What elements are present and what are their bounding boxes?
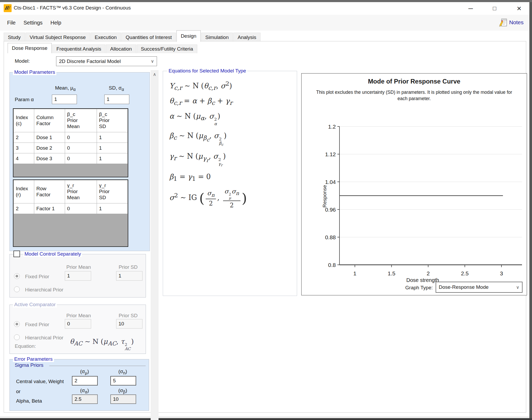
column-factor-table[interactable]: Index (c)Column Factorβ_c Prior Meanβ_c …: [13, 108, 128, 177]
graph-type-dropdown[interactable]: Dose-Response Mode ∨: [436, 282, 523, 293]
y-tick-label: 1.04: [325, 179, 336, 185]
param-alpha-mean-input[interactable]: 1: [52, 95, 77, 104]
x-tick-label: 3: [500, 270, 503, 276]
design-sub-tab-strip: Dose ResponseFrequentist AnalysisAllocat…: [8, 43, 198, 53]
mc-prior-mean-header: Prior Mean: [61, 264, 96, 270]
scroll-up-icon[interactable]: ∧: [151, 71, 159, 78]
table-cell[interactable]: 0: [65, 132, 97, 143]
model-control-checkbox[interactable]: [13, 251, 20, 257]
model-dropdown-value: 2D Discrete Factorial Model: [59, 58, 121, 64]
central-value-input[interactable]: 2: [72, 376, 98, 385]
sigma-priors-label: Sigma Priors: [15, 362, 43, 368]
notes-button[interactable]: Notes: [499, 18, 524, 27]
tab-analysis[interactable]: Analysis: [233, 33, 260, 42]
mc-hierarchical-prior-label[interactable]: Hierarchical Prior: [25, 287, 63, 293]
table-cell[interactable]: Dose 3: [34, 153, 65, 164]
table-cell[interactable]: 3: [14, 143, 34, 153]
mc-prior-sd-input[interactable]: 1: [116, 271, 142, 281]
ac-prior-sd-input[interactable]: 10: [116, 319, 142, 329]
tab-design[interactable]: Design: [176, 30, 200, 42]
table-cell[interactable]: Factor 1: [34, 203, 65, 214]
tab-study[interactable]: Study: [4, 33, 25, 42]
model-control-title: Model Control Separately: [23, 251, 82, 257]
table-cell[interactable]: 1: [97, 132, 128, 143]
sigma-n-label: (σn): [107, 369, 139, 375]
row-factor-table[interactable]: Index (r)Row Factorγ_r Prior Meanγ_r Pri…: [13, 179, 128, 247]
tab-quantities-of-interest[interactable]: Quantities of Interest: [121, 33, 176, 42]
table-row[interactable]: 2Dose 101: [14, 132, 128, 143]
table-cell[interactable]: Dose 1: [34, 132, 65, 143]
alpha-beta-label: Alpha, Beta: [16, 398, 42, 404]
column-header[interactable]: Column Factor: [34, 109, 65, 132]
subtab-success-futility-criteria[interactable]: Success/Futility Criteria: [137, 45, 198, 53]
subtab-frequentist-analysis[interactable]: Frequentist Analysis: [52, 45, 105, 53]
tab-virtual-subject-response[interactable]: Virtual Subject Response: [26, 33, 90, 42]
close-button[interactable]: ×: [511, 2, 528, 15]
window-title: Cts-Disc1 - FACTS™ v6.3 Core Design - Co…: [14, 5, 131, 11]
subtab-allocation[interactable]: Allocation: [106, 45, 136, 53]
menu-item-file[interactable]: File: [7, 19, 16, 27]
model-equation: Yc,r ∼ N (θc,r, σ2): [169, 80, 294, 91]
mc-fixed-prior-radio[interactable]: [14, 273, 20, 279]
tab-simulation[interactable]: Simulation: [201, 33, 233, 42]
or-label: or: [16, 389, 21, 394]
weight-input[interactable]: 5: [110, 376, 136, 385]
notes-icon: [499, 18, 508, 27]
table-cell[interactable]: 2: [14, 203, 34, 214]
model-dropdown[interactable]: 2D Discrete Factorial Model ∨: [56, 56, 157, 66]
column-header[interactable]: γ_r Prior Mean: [65, 180, 97, 203]
ac-prior-mean-input[interactable]: 0: [65, 319, 91, 329]
ac-prior-sd-header: Prior SD: [110, 313, 146, 319]
table-cell[interactable]: 0: [65, 203, 97, 214]
menu-item-help[interactable]: Help: [50, 19, 62, 27]
table-row[interactable]: 3Dose 201: [14, 143, 128, 153]
app-window: Cts-Disc1 - FACTS™ v6.3 Core Design - Co…: [0, 2, 529, 416]
ac-fixed-prior-label[interactable]: Fixed Prior: [25, 322, 49, 328]
menu-item-settings[interactable]: Settings: [23, 19, 43, 27]
mc-fixed-prior-label[interactable]: Fixed Prior: [25, 274, 49, 280]
beta-input[interactable]: 10: [110, 394, 136, 404]
background-window-strip-top: [0, 0, 532, 2]
main-tab-strip: StudyVirtual Subject ResponseExecutionQu…: [4, 30, 261, 42]
model-equation: γr ∼ N (μγr, σ2γr): [169, 152, 294, 167]
column-header[interactable]: Index (r): [14, 180, 34, 203]
table-cell[interactable]: 1: [97, 153, 128, 164]
equations-panel: Equations for Selected Model Type Yc,r ∼…: [163, 71, 297, 296]
column-header[interactable]: β_c Prior SD: [97, 109, 128, 132]
table-cell[interactable]: 0: [65, 143, 97, 153]
sigma-alpha-label: (σα): [69, 388, 100, 394]
ac-hierarchical-prior-radio[interactable]: [14, 334, 20, 340]
minimize-button[interactable]: ─: [462, 2, 479, 15]
ac-equation-label: Equation:: [15, 343, 36, 349]
subtab-dose-response[interactable]: Dose Response: [8, 43, 52, 53]
table-row[interactable]: 4Dose 301: [14, 153, 128, 164]
x-axis-label: Dose strength: [406, 277, 439, 283]
column-header[interactable]: β_c Prior Mean: [65, 109, 97, 132]
table-cell[interactable]: 2: [14, 132, 34, 143]
column-header[interactable]: Row Factor: [34, 180, 65, 203]
table-cell[interactable]: 4: [14, 153, 34, 164]
mc-prior-mean-input[interactable]: 1: [65, 271, 91, 281]
alpha-input[interactable]: 2.5: [72, 394, 98, 404]
notes-label: Notes: [509, 19, 524, 26]
table-cell[interactable]: 1: [97, 203, 128, 214]
ac-prior-mean-header: Prior Mean: [61, 313, 96, 319]
y-tick-label: 1.2: [328, 124, 336, 130]
chevron-down-icon: ∨: [516, 285, 519, 290]
table-cell[interactable]: 0: [65, 153, 97, 164]
error-parameters-title: Error Parameters: [13, 356, 54, 362]
ac-hierarchical-prior-label[interactable]: Hierarchical Prior: [25, 335, 63, 341]
ac-fixed-prior-radio[interactable]: [14, 321, 20, 327]
model-parameters-title: Model Parameters: [13, 69, 56, 75]
param-alpha-sd-input[interactable]: 1: [104, 95, 129, 104]
table-cell[interactable]: Dose 2: [34, 143, 65, 153]
table-row[interactable]: 2Factor 101: [14, 203, 128, 214]
column-header[interactable]: Index (c): [14, 109, 34, 132]
tab-execution[interactable]: Execution: [91, 33, 121, 42]
mc-hierarchical-prior-radio[interactable]: [14, 286, 20, 292]
maximize-button[interactable]: □: [486, 2, 503, 15]
table-cell[interactable]: 1: [97, 143, 128, 153]
column-header[interactable]: γ_r Prior SD: [97, 180, 128, 203]
left-panel-scrollbar[interactable]: ∧ ∨: [151, 70, 159, 420]
x-tick-label: 2: [427, 270, 430, 276]
